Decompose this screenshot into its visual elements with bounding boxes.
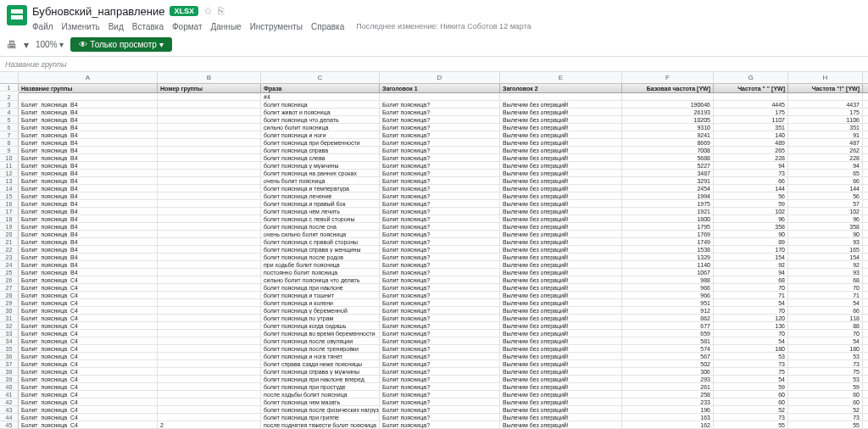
cell[interactable]: Болит поясница?: [380, 269, 500, 276]
cell[interactable]: [158, 315, 261, 322]
cell[interactable]: [863, 177, 868, 185]
row-header[interactable]: 41: [0, 391, 19, 398]
row-header[interactable]: 28: [0, 292, 19, 299]
cell[interactable]: [863, 116, 868, 124]
cell[interactable]: Болит_поясница_С4: [19, 284, 158, 292]
cell[interactable]: 9310: [622, 124, 714, 131]
cell[interactable]: [158, 101, 261, 109]
cell[interactable]: [714, 93, 788, 101]
cell[interactable]: очень болит поясница: [261, 177, 380, 185]
cell[interactable]: Болит_поясница_В4: [19, 131, 158, 139]
cell[interactable]: [158, 360, 261, 368]
cell[interactable]: 54: [714, 376, 788, 383]
row-header[interactable]: 30: [0, 307, 19, 315]
cell[interactable]: 26193: [622, 109, 714, 116]
cell[interactable]: Болит_поясница_В4: [19, 246, 158, 254]
cell[interactable]: Вылечим без операций!: [500, 414, 622, 421]
cell[interactable]: 93: [788, 269, 863, 276]
cell[interactable]: [158, 238, 261, 246]
cell[interactable]: [863, 353, 868, 360]
cell[interactable]: Вылечим без операций!: [500, 406, 622, 414]
cell[interactable]: [158, 368, 261, 376]
cell[interactable]: сильно болит поясница: [261, 124, 380, 131]
cell[interactable]: 3487: [622, 170, 714, 177]
cell[interactable]: [863, 398, 868, 406]
cell[interactable]: Вылечим без операций!: [500, 398, 622, 406]
cell[interactable]: после поднятия тяжести болит поясница: [261, 421, 380, 429]
cell[interactable]: Вылечим без операций!: [500, 154, 622, 162]
row-header[interactable]: 7: [0, 131, 19, 139]
cell[interactable]: 90: [714, 231, 788, 238]
cell[interactable]: 92: [714, 261, 788, 269]
cell[interactable]: болит поясница лечение: [261, 192, 380, 200]
cell[interactable]: 228: [788, 154, 863, 162]
cell[interactable]: Болит поясница?: [380, 139, 500, 147]
cell[interactable]: Болит_поясница_В4: [19, 185, 158, 192]
cell[interactable]: Болит_поясница_С4: [19, 406, 158, 414]
cell[interactable]: [158, 170, 261, 177]
cell[interactable]: 265: [714, 147, 788, 154]
cell[interactable]: Болит поясница?: [380, 261, 500, 269]
row-header[interactable]: 9: [0, 147, 19, 154]
row-header[interactable]: 8: [0, 139, 19, 147]
cell[interactable]: Болит поясница?: [380, 360, 500, 368]
cell[interactable]: [863, 170, 868, 177]
cell[interactable]: 52: [714, 406, 788, 414]
cell[interactable]: Болит_поясница_В4: [19, 101, 158, 109]
cell[interactable]: [863, 254, 868, 261]
cell[interactable]: 489: [714, 139, 788, 147]
cell[interactable]: Болит поясница?: [380, 345, 500, 353]
cell[interactable]: 1800: [622, 215, 714, 223]
cell[interactable]: болит поясница при гриппе: [261, 414, 380, 421]
cell[interactable]: Вылечим без операций!: [500, 299, 622, 307]
cell[interactable]: 1975: [622, 200, 714, 208]
cell[interactable]: 70: [788, 330, 863, 337]
row-header[interactable]: 10: [0, 154, 19, 162]
table-header[interactable]: Заголовок 2: [500, 84, 622, 93]
cell[interactable]: Болит поясница?: [380, 124, 500, 131]
table-header[interactable]: Фраза: [261, 84, 380, 93]
cell[interactable]: [863, 101, 868, 109]
cell[interactable]: [158, 223, 261, 231]
cell[interactable]: [863, 284, 868, 292]
row-header[interactable]: 38: [0, 368, 19, 376]
cell[interactable]: болит поясница чем мазать: [261, 398, 380, 406]
cell[interactable]: 1921: [622, 208, 714, 215]
cell[interactable]: 102: [714, 208, 788, 215]
cell[interactable]: Вылечим без операций!: [500, 246, 622, 254]
cell[interactable]: Болит_поясница_С4: [19, 276, 158, 284]
row-header[interactable]: 17: [0, 208, 19, 215]
cell[interactable]: 73: [788, 414, 863, 421]
cell[interactable]: Болит поясница?: [380, 254, 500, 261]
cell[interactable]: Болит_поясница_В4: [19, 215, 158, 223]
cell[interactable]: [863, 406, 868, 414]
cell[interactable]: 66: [788, 307, 863, 315]
cell[interactable]: 73: [788, 360, 863, 368]
cell[interactable]: болит поясница когда сидишь: [261, 322, 380, 330]
cell[interactable]: [863, 93, 868, 101]
row-header[interactable]: 29: [0, 299, 19, 307]
cell[interactable]: [863, 192, 868, 200]
cell[interactable]: [158, 208, 261, 215]
col-header[interactable]: A: [19, 72, 158, 84]
cell[interactable]: [863, 322, 868, 330]
cell[interactable]: 73: [714, 360, 788, 368]
view-mode-button[interactable]: 👁 Только просмотр ▾: [70, 37, 171, 52]
row-header[interactable]: 16: [0, 200, 19, 208]
cell[interactable]: [158, 231, 261, 238]
cell[interactable]: 71: [788, 292, 863, 299]
cell[interactable]: Болит_поясница_С4: [19, 391, 158, 398]
row-header[interactable]: 6: [0, 124, 19, 131]
cell[interactable]: болит живот и поясница: [261, 109, 380, 116]
cell[interactable]: болит поясница и правый бок: [261, 200, 380, 208]
cell[interactable]: Болит_поясница_В4: [19, 231, 158, 238]
zoom-select[interactable]: 100% ▾: [36, 40, 64, 49]
star-icon[interactable]: ☆: [203, 5, 213, 17]
cell[interactable]: 65: [788, 170, 863, 177]
cell[interactable]: Болит_поясница_С4: [19, 376, 158, 383]
cell[interactable]: 154: [788, 254, 863, 261]
cell[interactable]: Болит_поясница_С4: [19, 421, 158, 429]
cell[interactable]: при ходьбе болит поясница: [261, 261, 380, 269]
cell[interactable]: болит поясница по утрам: [261, 315, 380, 322]
cell[interactable]: 261: [622, 383, 714, 391]
